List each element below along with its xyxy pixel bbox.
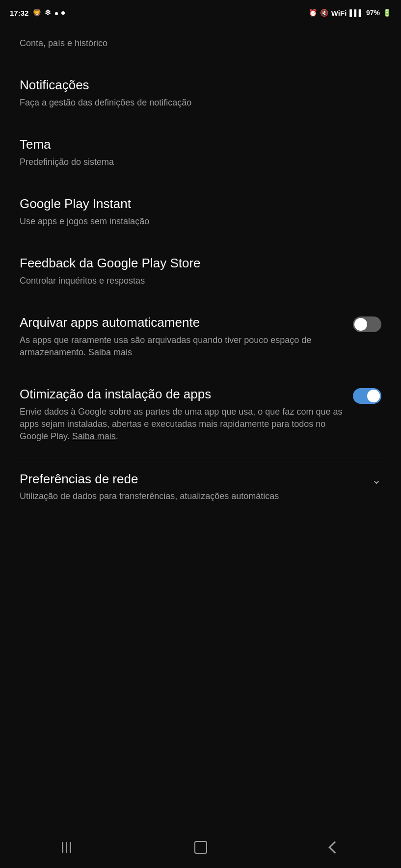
- notificacoes-subtitle: Faça a gestão das definições de notifica…: [20, 97, 381, 109]
- wifi-icon: WiFi: [331, 9, 347, 17]
- signal-icon: ▌▌▌: [349, 9, 363, 17]
- tema-subtitle: Predefinição do sistema: [20, 156, 381, 168]
- nav-home-button[interactable]: [194, 841, 207, 854]
- settings-item-conta[interactable]: Conta, país e histórico: [0, 24, 401, 63]
- status-icons: 🦁 ❄ ●: [32, 8, 65, 17]
- arquivar-subtitle: As apps que raramente usa são arquivadas…: [20, 334, 343, 359]
- back-icon: [329, 841, 341, 853]
- feedback-subtitle: Controlar inquéritos e respostas: [20, 275, 381, 287]
- otimizacao-toggle[interactable]: [353, 388, 381, 404]
- settings-item-tema[interactable]: Tema Predefinição do sistema: [0, 123, 401, 182]
- conta-subtitle: Conta, país e histórico: [20, 37, 381, 50]
- app-icon-3: ●: [54, 9, 58, 17]
- chevron-down-icon: ⌄: [372, 473, 381, 487]
- settings-list: Conta, país e histórico Notificações Faç…: [0, 24, 401, 517]
- rede-text: Preferências de rede Utilização de dados…: [20, 471, 372, 503]
- alarm-icon: ⏰: [309, 9, 317, 17]
- settings-item-arquivar[interactable]: Arquivar apps automaticamente As apps qu…: [0, 301, 401, 372]
- nav-recents-button[interactable]: [62, 842, 71, 853]
- feedback-title: Feedback da Google Play Store: [20, 255, 381, 272]
- battery-icon: 🔋: [383, 9, 391, 17]
- status-bar: 17:32 🦁 ❄ ● ⏰ 🔇 WiFi ▌▌▌ 97% 🔋: [0, 0, 401, 24]
- arquivar-toggle[interactable]: [353, 316, 381, 332]
- arquivar-toggle-knob: [354, 318, 367, 331]
- otimizacao-subtitle-text: Envie dados à Google sobre as partes de …: [20, 407, 342, 441]
- notificacoes-title: Notificações: [20, 77, 381, 94]
- settings-item-notificacoes[interactable]: Notificações Faça a gestão das definiçõe…: [0, 63, 401, 123]
- battery-percentage: 97%: [366, 9, 380, 17]
- home-icon: [194, 841, 207, 854]
- arquivar-link[interactable]: Saiba mais: [88, 347, 132, 357]
- settings-item-feedback[interactable]: Feedback da Google Play Store Controlar …: [0, 241, 401, 301]
- arquivar-subtitle-text: As apps que raramente usa são arquivadas…: [20, 335, 311, 357]
- rede-title: Preferências de rede: [20, 471, 362, 488]
- settings-item-otimizacao[interactable]: Otimização da instalação de apps Envie d…: [0, 372, 401, 456]
- arquivar-text: Arquivar apps automaticamente As apps qu…: [20, 315, 353, 359]
- arquivar-title: Arquivar apps automaticamente: [20, 315, 343, 331]
- app-icon-2: ❄: [45, 8, 51, 17]
- rede-subtitle: Utilização de dados para transferências,…: [20, 490, 362, 502]
- nav-back-button[interactable]: [330, 843, 339, 852]
- status-right: ⏰ 🔇 WiFi ▌▌▌ 97% 🔋: [309, 9, 391, 17]
- otimizacao-text: Otimização da instalação de apps Envie d…: [20, 386, 353, 443]
- otimizacao-subtitle: Envie dados à Google sobre as partes de …: [20, 406, 343, 443]
- otimizacao-period: .: [116, 431, 118, 441]
- nav-line-1: [62, 842, 63, 853]
- status-left: 17:32 🦁 ❄ ●: [10, 8, 65, 17]
- mute-icon: 🔇: [320, 9, 328, 17]
- recents-icon: [62, 842, 71, 853]
- navigation-bar: [0, 829, 401, 868]
- tema-title: Tema: [20, 136, 381, 153]
- otimizacao-toggle-knob: [367, 390, 380, 402]
- time-display: 17:32: [10, 9, 28, 17]
- nav-line-2: [66, 842, 67, 853]
- otimizacao-link[interactable]: Saiba mais: [72, 431, 116, 441]
- app-icon-1: 🦁: [32, 8, 42, 17]
- notification-dot: [61, 11, 65, 15]
- google-play-instant-subtitle: Use apps e jogos sem instalação: [20, 215, 381, 228]
- settings-item-google-play-instant[interactable]: Google Play Instant Use apps e jogos sem…: [0, 182, 401, 241]
- otimizacao-title: Otimização da instalação de apps: [20, 386, 343, 403]
- google-play-instant-title: Google Play Instant: [20, 196, 381, 212]
- nav-line-3: [70, 842, 71, 853]
- settings-item-rede[interactable]: Preferências de rede Utilização de dados…: [0, 457, 401, 517]
